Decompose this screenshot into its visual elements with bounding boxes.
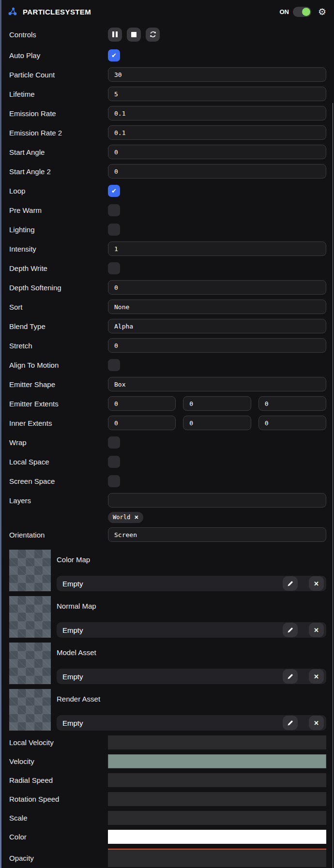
local-space-checkbox[interactable] xyxy=(108,456,120,468)
lifetime-input[interactable]: 5 xyxy=(108,87,326,101)
color-map-field[interactable]: Empty ✕ xyxy=(57,576,326,591)
particle-count-label: Particle Count xyxy=(9,71,108,79)
depth-softening-row: Depth Softening 0 xyxy=(1,278,334,297)
remove-layer-icon[interactable]: ✕ xyxy=(134,514,138,521)
close-icon: ✕ xyxy=(314,627,319,634)
toggle-knob xyxy=(302,8,310,16)
opacity-row: Opacity xyxy=(9,849,326,867)
render-asset-clear-button[interactable]: ✕ xyxy=(309,716,324,730)
start-angle-input[interactable]: 0 xyxy=(108,145,326,159)
color-map-clear-button[interactable]: ✕ xyxy=(309,576,324,591)
emitter-extents-y-input[interactable]: 0 xyxy=(183,396,251,411)
particle-count-input[interactable]: 30 xyxy=(108,67,326,82)
stretch-input[interactable]: 0 xyxy=(108,338,326,353)
normal-map-value: Empty xyxy=(62,626,283,634)
panel-title: PARTICLESYSTEM xyxy=(23,8,91,16)
blend-type-label: Blend Type xyxy=(9,322,108,330)
layers-tags-row: World ✕ xyxy=(1,510,334,524)
emitter-extents-z-input[interactable]: 0 xyxy=(258,396,326,411)
emission-rate-row: Emission Rate 0.1 xyxy=(1,104,334,123)
orientation-label: Orientation xyxy=(9,531,108,539)
emission-rate-2-input[interactable]: 0.1 xyxy=(108,125,326,140)
loop-checkbox[interactable]: ✔ xyxy=(108,185,120,197)
sort-select[interactable]: None xyxy=(108,299,326,314)
inner-extents-z-input[interactable]: 0 xyxy=(258,416,326,430)
stop-button[interactable] xyxy=(127,28,141,42)
velocity-row: Velocity xyxy=(9,754,326,768)
wrap-checkbox[interactable] xyxy=(108,436,120,449)
orientation-select[interactable]: Screen xyxy=(108,527,326,542)
radial-speed-curve-field[interactable] xyxy=(108,773,326,787)
depth-softening-input[interactable]: 0 xyxy=(108,280,326,295)
color-map-edit-button[interactable] xyxy=(283,576,298,591)
scale-curve-field[interactable] xyxy=(108,811,326,825)
particle-count-row: Particle Count 30 xyxy=(1,65,334,84)
emission-rate-2-label: Emission Rate 2 xyxy=(9,129,108,137)
sort-row: Sort None xyxy=(1,297,334,316)
intensity-input[interactable]: 1 xyxy=(108,241,326,256)
intensity-row: Intensity 1 xyxy=(1,239,334,258)
normal-map-slot: Normal Map Empty ✕ xyxy=(9,596,326,638)
rotation-speed-label: Rotation Speed xyxy=(9,795,108,803)
reset-button[interactable] xyxy=(146,28,160,42)
panel-header: PARTICLESYSTEM ON ⚙ xyxy=(1,0,334,23)
pre-warm-checkbox[interactable] xyxy=(108,204,120,216)
pause-icon xyxy=(112,31,118,37)
layer-tag-world[interactable]: World ✕ xyxy=(108,512,143,523)
auto-play-checkbox[interactable]: ✔ xyxy=(108,49,120,61)
screen-space-checkbox[interactable] xyxy=(108,475,120,487)
render-asset-slot: Render Asset Empty ✕ xyxy=(9,689,326,731)
enabled-toggle[interactable] xyxy=(293,7,311,17)
emission-rate-input[interactable]: 0.1 xyxy=(108,106,326,120)
close-icon: ✕ xyxy=(314,580,319,587)
velocity-curve-field[interactable] xyxy=(108,754,326,768)
model-asset-field[interactable]: Empty ✕ xyxy=(57,669,326,684)
pause-button[interactable] xyxy=(108,28,122,42)
layer-tag-label: World xyxy=(113,514,130,521)
model-asset-edit-button[interactable] xyxy=(283,669,298,684)
opacity-curve-field[interactable] xyxy=(108,849,326,867)
align-to-motion-label: Align To Motion xyxy=(9,361,108,369)
local-space-label: Local Space xyxy=(9,458,108,466)
model-asset-thumbnail[interactable] xyxy=(9,643,51,684)
render-asset-thumbnail[interactable] xyxy=(9,689,51,731)
normal-map-label: Normal Map xyxy=(57,602,326,610)
model-asset-clear-button[interactable]: ✕ xyxy=(309,669,324,684)
color-gradient-field[interactable] xyxy=(108,830,326,844)
lighting-checkbox[interactable] xyxy=(108,224,120,236)
rotation-speed-curve-field[interactable] xyxy=(108,792,326,806)
scale-label: Scale xyxy=(9,814,108,822)
normal-map-field[interactable]: Empty ✕ xyxy=(57,622,326,638)
local-velocity-label: Local Velocity xyxy=(9,738,108,747)
depth-softening-label: Depth Softening xyxy=(9,284,108,292)
layers-input[interactable] xyxy=(108,493,326,508)
normal-map-clear-button[interactable]: ✕ xyxy=(309,623,324,637)
gear-icon[interactable]: ⚙ xyxy=(318,7,326,16)
render-asset-field[interactable]: Empty ✕ xyxy=(57,715,326,731)
render-asset-edit-button[interactable] xyxy=(283,716,298,730)
blend-type-row: Blend Type Alpha xyxy=(1,316,334,336)
start-angle-2-label: Start Angle 2 xyxy=(9,167,108,176)
emitter-extents-x-input[interactable]: 0 xyxy=(108,396,176,411)
inner-extents-y-input[interactable]: 0 xyxy=(183,416,251,430)
inner-extents-x-input[interactable]: 0 xyxy=(108,416,176,430)
opacity-label: Opacity xyxy=(9,854,108,862)
color-map-value: Empty xyxy=(62,580,283,588)
pencil-icon xyxy=(287,581,293,587)
color-map-thumbnail[interactable] xyxy=(9,550,51,591)
sort-label: Sort xyxy=(9,303,108,311)
align-to-motion-row: Align To Motion xyxy=(1,355,334,374)
screen-space-row: Screen Space xyxy=(1,471,334,491)
depth-write-checkbox[interactable] xyxy=(108,262,120,274)
inner-extents-row: Inner Extents 0 0 0 xyxy=(1,413,334,433)
local-velocity-curve-field[interactable] xyxy=(108,735,326,749)
normal-map-edit-button[interactable] xyxy=(283,623,298,637)
emitter-extents-label: Emitter Extents xyxy=(9,400,108,408)
start-angle-2-input[interactable]: 0 xyxy=(108,164,326,179)
normal-map-thumbnail[interactable] xyxy=(9,596,51,638)
blend-type-select[interactable]: Alpha xyxy=(108,319,326,333)
render-asset-value: Empty xyxy=(62,719,283,727)
emitter-extents-row: Emitter Extents 0 0 0 xyxy=(1,394,334,413)
align-to-motion-checkbox[interactable] xyxy=(108,359,120,371)
emitter-shape-select[interactable]: Box xyxy=(108,377,326,391)
